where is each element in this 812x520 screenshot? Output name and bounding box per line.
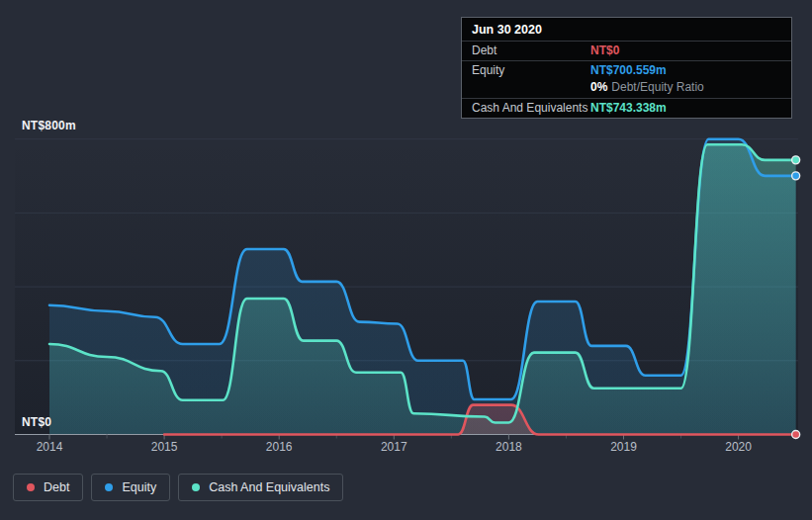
tooltip-ratio-label: Debt/Equity Ratio — [611, 80, 703, 94]
tooltip-equity-label: Equity — [472, 63, 590, 78]
y-axis-label-min: NT$0 — [22, 415, 51, 429]
tooltip-row-debt: Debt NT$0 — [462, 41, 791, 60]
x-axis-label: 2019 — [610, 440, 637, 454]
legend-item-cash[interactable]: Cash And Equivalents — [178, 474, 343, 501]
tooltip-cash-value: NT$743.338m — [590, 101, 667, 116]
legend-equity-label: Equity — [122, 480, 156, 494]
tooltip-debt-label: Debt — [472, 43, 590, 58]
x-axis-label: 2014 — [37, 440, 63, 454]
tooltip-debt-value: NT$0 — [590, 43, 619, 58]
tooltip-row-ratio: 0%Debt/Equity Ratio — [462, 80, 791, 98]
tooltip-cash-label: Cash And Equivalents — [472, 101, 590, 116]
legend: Debt Equity Cash And Equivalents — [13, 474, 343, 501]
legend-item-debt[interactable]: Debt — [13, 474, 83, 501]
debt-series-dot-icon — [27, 483, 35, 491]
cash-series-dot-icon — [192, 483, 200, 491]
tooltip: Jun 30 2020 Debt NT$0 Equity NT$700.559m… — [461, 17, 792, 119]
tooltip-date: Jun 30 2020 — [462, 18, 791, 41]
tooltip-row-equity: Equity NT$700.559m — [462, 60, 791, 80]
legend-debt-label: Debt — [44, 480, 69, 494]
tooltip-ratio: 0%Debt/Equity Ratio — [590, 80, 704, 95]
debt-equity-history-chart: NT$800m NT$0 201420152016201720182019202… — [0, 0, 812, 520]
y-axis-label-max: NT$800m — [22, 119, 76, 132]
legend-cash-label: Cash And Equivalents — [209, 480, 329, 494]
tooltip-ratio-value: 0% — [590, 80, 607, 94]
x-axis-label: 2017 — [381, 440, 407, 454]
tooltip-equity-value: NT$700.559m — [590, 63, 667, 78]
x-axis-label: 2018 — [496, 440, 522, 454]
x-axis-label: 2020 — [725, 440, 752, 454]
x-axis-label: 2015 — [151, 440, 178, 454]
legend-item-equity[interactable]: Equity — [91, 474, 170, 501]
equity-series-dot-icon — [105, 483, 113, 491]
tooltip-row-cash: Cash And Equivalents NT$743.338m — [462, 98, 791, 118]
x-axis-label: 2016 — [266, 440, 293, 454]
